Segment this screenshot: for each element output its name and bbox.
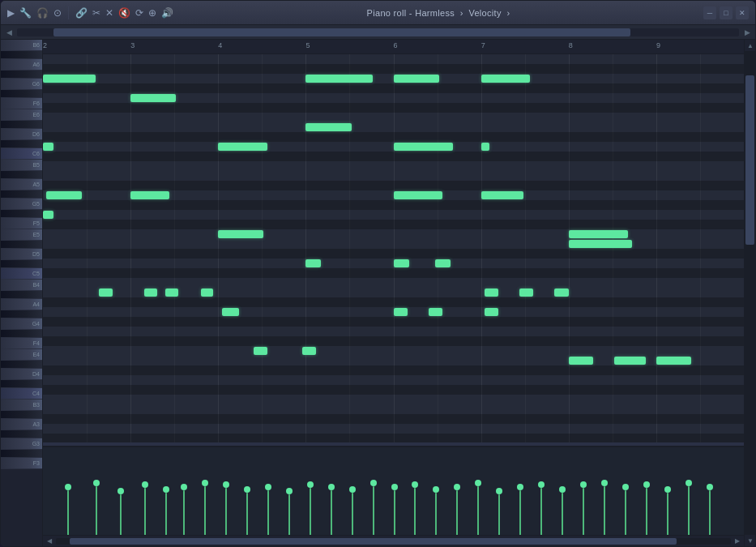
note-6[interactable]: [218, 143, 267, 151]
scroll-h-thumb[interactable]: [70, 538, 677, 545]
piano-key-e6[interactable]: E6: [1, 109, 42, 121]
note-3[interactable]: [130, 94, 176, 102]
piano-key-b4[interactable]: B4: [1, 280, 42, 291]
note-34[interactable]: [519, 288, 533, 297]
piano-key-f4[interactable]: F4: [1, 338, 42, 349]
piano-key-a3[interactable]: A3: [1, 419, 42, 430]
note-20[interactable]: [222, 308, 240, 316]
piano-key-f5[interactable]: F5: [1, 218, 42, 229]
piano-key-gs5[interactable]: [1, 190, 42, 199]
note-grid[interactable]: [43, 54, 744, 442]
piano-key-fs6[interactable]: [1, 90, 42, 98]
piano-key-g3[interactable]: G3: [1, 438, 42, 450]
velocity-bar-22[interactable]: [540, 488, 542, 535]
piano-key-a6[interactable]: A6: [1, 59, 42, 71]
close-button[interactable]: ✕: [736, 6, 749, 19]
piano-key-gs6[interactable]: [1, 71, 42, 79]
note-8[interactable]: [46, 191, 81, 199]
velocity-panel[interactable]: [43, 446, 744, 535]
velocity-bar-6[interactable]: [204, 486, 206, 535]
velocity-bar-12[interactable]: [331, 490, 332, 535]
speaker-icon[interactable]: 🔊: [161, 7, 173, 19]
velocity-bar-7[interactable]: [225, 488, 227, 535]
velocity-bar-18[interactable]: [456, 490, 458, 535]
piano-key-cs6[interactable]: [1, 140, 42, 148]
velocity-bar-8[interactable]: [246, 493, 248, 535]
piano-key-e5[interactable]: E5: [1, 229, 42, 241]
note-28[interactable]: [481, 75, 531, 83]
note-4[interactable]: [305, 123, 351, 131]
note-29[interactable]: [481, 143, 489, 151]
velocity-bar-0[interactable]: [67, 490, 69, 535]
scissors-icon[interactable]: ✂: [92, 7, 100, 19]
headphones-icon[interactable]: 🎧: [36, 7, 49, 19]
velocity-bar-21[interactable]: [519, 490, 521, 535]
velocity-bar-27[interactable]: [646, 488, 647, 535]
piano-key-e4[interactable]: E4: [1, 349, 42, 361]
scroll-down-arrow[interactable]: ▼: [745, 535, 755, 546]
note-33[interactable]: [485, 288, 498, 297]
piano-key-d6[interactable]: D6: [1, 129, 42, 140]
zoom-icon[interactable]: ⊕: [148, 7, 156, 19]
piano-key-c5[interactable]: C5: [1, 268, 42, 280]
piano-key-g6[interactable]: G6: [1, 79, 42, 90]
note-23[interactable]: [485, 308, 498, 316]
note-35[interactable]: [554, 288, 568, 297]
scroll-up-arrow[interactable]: ▲: [745, 40, 755, 51]
note-14[interactable]: [394, 259, 409, 267]
piano-key-f3[interactable]: F3: [1, 458, 42, 469]
wrench-icon[interactable]: 🔧: [19, 7, 32, 19]
note-31[interactable]: [569, 240, 632, 248]
velocity-bar-11[interactable]: [310, 488, 311, 535]
scroll-v-thumb[interactable]: [745, 75, 754, 245]
note-7[interactable]: [394, 143, 454, 151]
magnet-icon[interactable]: 🔗: [75, 7, 88, 19]
piano-key-as3[interactable]: [1, 411, 42, 419]
piano-key-a4[interactable]: A4: [1, 299, 42, 310]
note-26[interactable]: [569, 357, 593, 365]
maximize-button[interactable]: □: [720, 6, 733, 19]
velocity-bar-9[interactable]: [267, 490, 269, 535]
eraser-icon[interactable]: ✕: [105, 7, 113, 19]
velocity-bar-24[interactable]: [583, 488, 584, 535]
piano-key-as6[interactable]: [1, 51, 42, 59]
piano-key-c4[interactable]: C4: [1, 388, 42, 400]
note-24[interactable]: [254, 347, 267, 355]
velocity-bar-1[interactable]: [96, 486, 97, 535]
horizontal-scrollbar-bottom[interactable]: ◀ ▶: [43, 535, 744, 546]
note-0[interactable]: [43, 75, 96, 83]
piano-key-cs5[interactable]: [1, 260, 42, 268]
note-16[interactable]: [99, 288, 113, 297]
note-10[interactable]: [394, 191, 443, 199]
velocity-bar-25[interactable]: [604, 486, 605, 535]
piano-key-g4[interactable]: G4: [1, 318, 42, 330]
note-5[interactable]: [43, 143, 53, 151]
piano-key-d4[interactable]: D4: [1, 369, 42, 380]
velocity-bar-26[interactable]: [625, 490, 626, 535]
piano-key-c6[interactable]: C6: [1, 148, 42, 160]
note-17[interactable]: [144, 288, 157, 297]
piano-key-ds5[interactable]: [1, 241, 42, 249]
note-2[interactable]: [394, 75, 439, 83]
piano-key-gs4[interactable]: [1, 310, 42, 318]
velocity-bar-2[interactable]: [120, 494, 122, 535]
piano-key-d5[interactable]: D5: [1, 249, 42, 260]
piano-key-fs5[interactable]: [1, 210, 42, 218]
piano-key-as4[interactable]: [1, 291, 42, 299]
piano-key-as5[interactable]: [1, 171, 42, 179]
piano-key-a5[interactable]: A5: [1, 179, 42, 190]
piano-key-f6[interactable]: F6: [1, 98, 42, 109]
note-11[interactable]: [481, 191, 523, 199]
note-25[interactable]: [302, 347, 316, 355]
scroll-h-right[interactable]: ▶: [733, 536, 742, 546]
scroll-h-track[interactable]: [56, 538, 731, 545]
scroll-thumb-top[interactable]: [53, 28, 631, 36]
piano-key-fs4[interactable]: [1, 330, 42, 338]
velocity-bar-19[interactable]: [477, 486, 479, 535]
velocity-bar-17[interactable]: [435, 493, 437, 535]
scroll-left-arrow[interactable]: ◀: [2, 26, 15, 39]
note-9[interactable]: [130, 191, 169, 199]
note-36[interactable]: [656, 357, 691, 365]
velocity-bar-15[interactable]: [394, 490, 395, 535]
piano-key-g5[interactable]: G5: [1, 199, 42, 210]
